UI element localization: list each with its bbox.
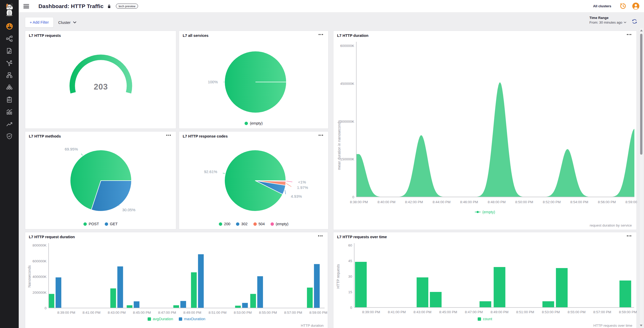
legend-item[interactable]: (empty) bbox=[271, 222, 288, 226]
svg-text:8:53:00 PM: 8:53:00 PM bbox=[542, 310, 560, 314]
panel-title: L7 HTTP duration bbox=[337, 33, 369, 38]
svg-text:8:53:00 PM: 8:53:00 PM bbox=[234, 311, 252, 315]
svg-text:4.93%: 4.93% bbox=[291, 194, 302, 199]
chevron-down-icon bbox=[624, 22, 626, 23]
sidebar-item-trends[interactable] bbox=[6, 120, 13, 127]
menu-toggle-button[interactable] bbox=[23, 4, 29, 8]
user-avatar[interactable] bbox=[632, 3, 639, 10]
legend-item[interactable]: (empty) bbox=[245, 121, 262, 125]
svg-text:800000K: 800000K bbox=[32, 243, 47, 247]
legend-item[interactable]: 504 bbox=[253, 222, 265, 226]
svg-text:92.61%: 92.61% bbox=[204, 169, 217, 174]
svg-text:8:51:00 PM: 8:51:00 PM bbox=[516, 310, 534, 314]
time-range-selector[interactable]: Time Range From: 30 minutes ago bbox=[589, 16, 626, 24]
gauge-value: 203 bbox=[25, 82, 176, 92]
sidebar-item-flows[interactable] bbox=[6, 35, 13, 42]
legend: POSTGET bbox=[25, 222, 176, 226]
chevron-down-icon bbox=[73, 21, 76, 24]
svg-text:8:48:00 PM: 8:48:00 PM bbox=[488, 200, 505, 204]
dashboard-gauge-icon bbox=[6, 23, 13, 30]
panel-menu-icon[interactable] bbox=[627, 235, 631, 236]
add-filter-button[interactable]: + Add Filter bbox=[25, 17, 54, 28]
svg-text:8:57:00 PM: 8:57:00 PM bbox=[284, 311, 302, 315]
filter-bar: + Add Filter Cluster Time Range From: 30… bbox=[19, 12, 644, 28]
svg-text:8:51:00 PM: 8:51:00 PM bbox=[208, 311, 226, 315]
vertical-scrollbar[interactable] bbox=[639, 28, 643, 328]
cluster-dropdown[interactable]: Cluster bbox=[58, 17, 76, 28]
sidebar-item-nodes[interactable] bbox=[6, 72, 13, 79]
sidebar-item-compliance[interactable] bbox=[6, 96, 13, 103]
scrollbar-thumb[interactable] bbox=[640, 34, 642, 155]
scrollbar-down-arrow[interactable] bbox=[640, 325, 642, 326]
svg-text:8:50:00 PM: 8:50:00 PM bbox=[515, 200, 533, 204]
svg-text:600000K: 600000K bbox=[340, 44, 354, 48]
svg-text:400000K: 400000K bbox=[32, 275, 47, 279]
sidebar-item-clusters[interactable] bbox=[6, 84, 13, 91]
security-shield-icon bbox=[6, 133, 13, 140]
sidebar-item-policies[interactable] bbox=[6, 47, 13, 54]
panel-l7-http-methods: L7 HTTP methods 69.95%30.05% POSTGET bbox=[25, 131, 176, 229]
svg-text:60: 60 bbox=[348, 243, 352, 247]
panel-menu-icon[interactable] bbox=[627, 34, 631, 35]
cluster-dropdown-label: Cluster bbox=[58, 20, 71, 25]
y-axis-title: mean duration in nanoseconds bbox=[337, 98, 341, 192]
panel-l7-http-duration: L7 HTTP duration 0150000K300000K450000K6… bbox=[333, 31, 637, 230]
legend-item[interactable]: (empty) bbox=[475, 210, 495, 214]
tech-preview-badge: tech preview bbox=[116, 4, 138, 9]
calico-cat-logo[interactable] bbox=[4, 2, 15, 17]
sidebar-item-statistics[interactable] bbox=[6, 108, 13, 115]
network-flows-icon bbox=[6, 35, 13, 42]
legend-item[interactable]: count bbox=[478, 317, 492, 321]
compliance-clipboard-icon bbox=[6, 96, 13, 103]
svg-text:8:39:00 PM: 8:39:00 PM bbox=[57, 311, 75, 315]
svg-text:200000K: 200000K bbox=[32, 291, 47, 295]
legend: (empty) bbox=[333, 210, 636, 214]
sidebar-item-service-graph[interactable] bbox=[6, 59, 13, 66]
svg-text:8:55:00 PM: 8:55:00 PM bbox=[568, 310, 586, 314]
svg-text:8:47:00 PM: 8:47:00 PM bbox=[158, 311, 176, 315]
scrollbar-up-arrow[interactable] bbox=[640, 30, 643, 31]
sidebar-item-dashboards[interactable] bbox=[6, 23, 13, 30]
svg-text:15: 15 bbox=[348, 290, 352, 294]
svg-text:8:42:00 PM: 8:42:00 PM bbox=[405, 200, 423, 204]
history-icon[interactable] bbox=[620, 3, 627, 10]
panel-title: L7 all services bbox=[183, 33, 208, 38]
y-axis-title: HTTP requests bbox=[336, 250, 340, 302]
legend: (empty) bbox=[179, 121, 328, 125]
panel-title: L7 HTTP methods bbox=[29, 134, 61, 138]
panel-menu-icon[interactable] bbox=[318, 235, 323, 236]
panel-menu-icon[interactable] bbox=[319, 34, 323, 35]
svg-text:0: 0 bbox=[352, 195, 354, 199]
svg-text:8:39:00 PM: 8:39:00 PM bbox=[362, 310, 380, 314]
svg-text:30: 30 bbox=[348, 275, 352, 278]
legend-item[interactable]: 302 bbox=[236, 222, 247, 226]
lock-icon bbox=[107, 4, 112, 9]
svg-text:8:38:00 PM: 8:38:00 PM bbox=[350, 200, 368, 204]
time-range-value: From: 30 minutes ago bbox=[589, 20, 622, 24]
legend-item[interactable]: avgDuration bbox=[148, 317, 173, 321]
legend: 200302504(empty) bbox=[179, 222, 328, 226]
legend-item[interactable]: 200 bbox=[219, 222, 230, 226]
panel-menu-icon[interactable] bbox=[166, 135, 171, 136]
time-range-label: Time Range bbox=[589, 16, 626, 20]
panel-l7-all-services: L7 all services 100% (empty) bbox=[179, 31, 328, 129]
svg-text:0: 0 bbox=[44, 306, 47, 310]
svg-text:8:45:00 PM: 8:45:00 PM bbox=[133, 311, 151, 315]
panel-title: L7 HTTP request duration bbox=[29, 235, 75, 239]
sidebar-item-threat-defense[interactable] bbox=[6, 133, 13, 140]
panel-menu-icon[interactable] bbox=[319, 135, 323, 136]
refresh-icon[interactable] bbox=[632, 18, 638, 24]
legend-item[interactable]: GET bbox=[105, 222, 118, 226]
http-requests-gauge-chart bbox=[25, 31, 176, 129]
svg-text:8:43:00 PM: 8:43:00 PM bbox=[413, 310, 431, 314]
svg-text:1.97%: 1.97% bbox=[297, 185, 308, 190]
svg-text:8:44:00 PM: 8:44:00 PM bbox=[432, 200, 450, 204]
cluster-scope-selector[interactable]: All clusters bbox=[593, 4, 611, 8]
chart-footer: HTTP duration bbox=[301, 324, 324, 327]
svg-text:8:59:00 PM: 8:59:00 PM bbox=[309, 311, 327, 315]
legend-item[interactable]: POST bbox=[83, 222, 99, 226]
svg-text:8:59:00 PM: 8:59:00 PM bbox=[619, 310, 637, 314]
legend-item[interactable]: maxDuration bbox=[179, 317, 205, 321]
panel-l7-http-response-codes: L7 HTTP response codes 92.61%4.93%1.97%<… bbox=[179, 131, 328, 229]
chart-footer: request duration by service bbox=[590, 223, 632, 227]
